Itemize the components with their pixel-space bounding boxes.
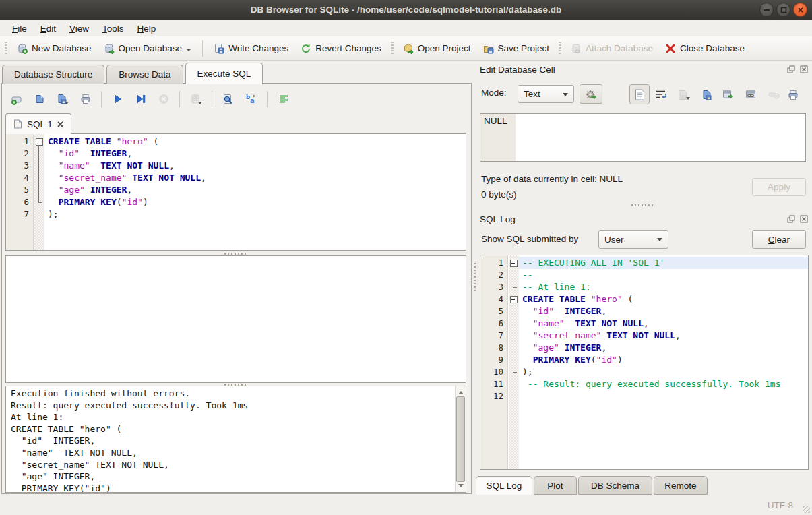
code-line[interactable]: 8 "age" INTEGER, — [480, 342, 808, 354]
text-document-icon — [635, 89, 645, 100]
tab-browse-data[interactable]: Browse Data — [106, 65, 183, 84]
export-cell-data-button[interactable] — [698, 86, 715, 103]
scrollbar-thumb[interactable] — [456, 396, 465, 482]
fold-marker-icon[interactable] — [34, 135, 44, 148]
toolbar-separator — [212, 91, 212, 107]
close-database-button[interactable]: Close Database — [659, 40, 751, 57]
menu-file[interactable]: File — [5, 22, 34, 36]
text-mode-button[interactable] — [629, 84, 650, 104]
tab-sql-log[interactable]: SQL Log — [476, 476, 532, 495]
scrollbar[interactable] — [455, 386, 466, 492]
code-line[interactable]: 2-- — [480, 269, 808, 281]
code-line[interactable]: 10); — [480, 366, 808, 378]
code-line[interactable]: 2 "id" INTEGER, — [6, 148, 466, 160]
write-changes-icon — [214, 43, 224, 54]
write-changes-button[interactable]: Write Changes — [208, 40, 294, 57]
maximize-button[interactable] — [776, 3, 790, 17]
code-line[interactable]: 12 — [480, 390, 808, 402]
tab-execute-sql[interactable]: Execute SQL — [185, 63, 263, 84]
code-line[interactable]: 6 PRIMARY KEY("id") — [6, 196, 466, 208]
save-sql-file-button[interactable] — [54, 91, 71, 108]
gear-import-icon — [585, 88, 597, 100]
code-line[interactable]: 4CREATE TABLE "hero" ( — [480, 293, 808, 305]
code-line[interactable]: 3 "name" TEXT NOT NULL, — [6, 160, 466, 172]
app-window: DB Browser for SQLite - /home/user/code/… — [0, 0, 812, 515]
fold-marker-icon[interactable] — [508, 293, 519, 305]
tab-remote[interactable]: Remote — [654, 476, 708, 495]
dock-splitter-handle[interactable] — [480, 204, 806, 207]
code-text: CREATE TABLE "hero" ( — [44, 135, 466, 148]
find-replace-button[interactable]: ba — [243, 91, 259, 108]
code-line[interactable]: 7); — [6, 208, 466, 220]
float-dock-icon[interactable] — [786, 215, 795, 224]
main-toolbar: New Database Open Database Write Changes… — [0, 36, 812, 61]
open-database-dropdown-icon[interactable] — [186, 49, 191, 54]
toolbar-grip[interactable] — [559, 42, 561, 55]
save-dropdown-icon[interactable] — [65, 102, 69, 107]
save-results-icon — [190, 94, 201, 104]
code-line[interactable]: 9 PRIMARY KEY("id") — [480, 354, 808, 366]
menu-tools[interactable]: Tools — [96, 22, 131, 36]
resize-grip-icon[interactable] — [803, 506, 810, 513]
cell-settings-button[interactable] — [580, 84, 602, 104]
tab-plot[interactable]: Plot — [534, 476, 577, 495]
sql-editor[interactable]: 1CREATE TABLE "hero" (2 "id" INTEGER,3 "… — [5, 133, 466, 251]
close-button[interactable] — [793, 3, 807, 17]
code-line[interactable]: 1-- EXECUTING ALL IN 'SQL 1' — [480, 257, 808, 269]
close-dock-icon[interactable] — [799, 65, 808, 74]
sql-log-filter-select[interactable]: User — [598, 230, 668, 249]
code-line[interactable]: 5 "age" INTEGER, — [6, 184, 466, 196]
print-cell-button[interactable] — [784, 86, 801, 103]
scroll-down-icon[interactable] — [456, 482, 466, 492]
execution-status-log[interactable]: Execution finished without errors. Resul… — [5, 386, 466, 493]
code-line[interactable]: 5 "id" INTEGER, — [480, 305, 808, 317]
open-in-external-button[interactable] — [720, 86, 737, 103]
clear-log-button[interactable]: Clear — [752, 230, 806, 249]
find-button[interactable] — [220, 91, 237, 108]
close-tab-icon[interactable] — [57, 121, 63, 127]
revert-changes-button[interactable]: Revert Changes — [294, 40, 387, 57]
fold-line — [508, 342, 519, 354]
menu-help[interactable]: Help — [131, 22, 163, 36]
open-database-button[interactable]: Open Database — [98, 40, 198, 57]
code-line[interactable]: 7 "secret_name" TEXT NOT NULL, — [480, 330, 808, 342]
sql-log-filter-value: User — [604, 235, 624, 245]
minimize-button[interactable] — [759, 3, 774, 17]
save-project-button[interactable]: Save Project — [477, 40, 556, 57]
toolbar-grip[interactable] — [391, 42, 394, 55]
toolbar-separator — [202, 40, 203, 57]
new-database-button[interactable]: New Database — [11, 40, 98, 57]
code-line[interactable]: 11 -- Result: query executed successfull… — [480, 378, 808, 390]
line-number: 5 — [480, 305, 508, 317]
execute-current-line-button[interactable] — [132, 91, 149, 108]
menu-edit[interactable]: Edit — [34, 22, 63, 36]
new-sql-tab-button[interactable] — [8, 91, 25, 108]
sql-log-view[interactable]: 1-- EXECUTING ALL IN 'SQL 1'2--3-- At li… — [480, 255, 809, 470]
mode-select[interactable]: Text — [518, 85, 574, 103]
tab-db-schema[interactable]: DB Schema — [578, 476, 652, 495]
line-number: 3 — [6, 160, 34, 172]
open-project-button[interactable]: Open Project — [397, 40, 477, 57]
auto-format-button[interactable] — [275, 91, 292, 108]
code-line[interactable]: 1CREATE TABLE "hero" ( — [6, 135, 466, 148]
code-line[interactable]: 6 "name" TEXT NOT NULL, — [480, 317, 808, 330]
main-area: Database Structure Browse Data Execute S… — [0, 61, 812, 495]
toolbar-grip[interactable] — [5, 42, 7, 55]
execute-sql-button[interactable] — [109, 91, 126, 108]
open-sql-file-button[interactable] — [31, 91, 48, 108]
line-number: 10 — [480, 366, 508, 378]
copy-link-button[interactable] — [743, 86, 759, 103]
word-wrap-button[interactable] — [652, 86, 669, 103]
tab-database-structure[interactable]: Database Structure — [2, 65, 104, 84]
close-dock-icon[interactable] — [799, 215, 808, 224]
scroll-up-icon[interactable] — [456, 386, 466, 396]
print-sql-button[interactable] — [77, 91, 94, 108]
menu-view[interactable]: View — [63, 22, 96, 36]
fold-marker-icon[interactable] — [508, 257, 519, 269]
code-line[interactable]: 4 "secret_name" TEXT NOT NULL, — [6, 172, 466, 184]
float-dock-icon[interactable] — [786, 65, 795, 74]
sql-document-tab[interactable]: SQL 1 — [5, 113, 71, 134]
results-grid[interactable] — [5, 255, 466, 383]
code-line[interactable]: 3-- At line 1: — [480, 281, 808, 293]
cell-value-editor[interactable]: NULL — [480, 113, 806, 162]
